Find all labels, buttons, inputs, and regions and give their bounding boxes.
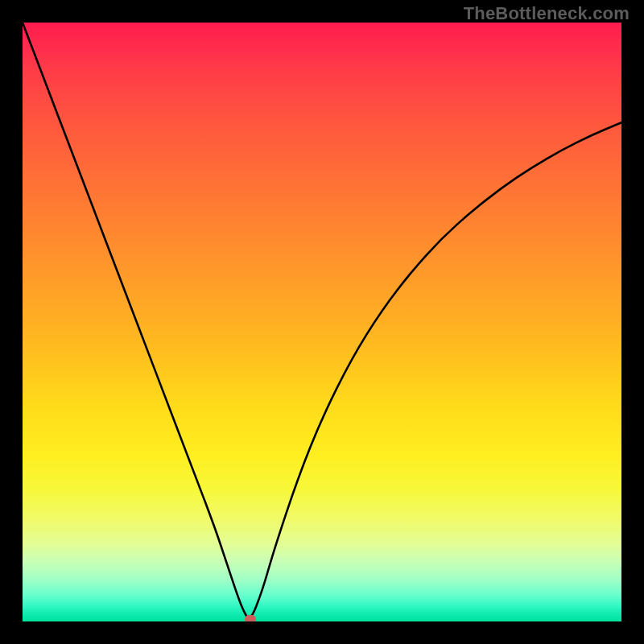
bottleneck-curve <box>23 23 621 621</box>
curve-path <box>23 23 621 618</box>
plot-area <box>23 23 621 621</box>
chart-frame: TheBottleneck.com <box>0 0 644 644</box>
watermark-text: TheBottleneck.com <box>464 3 630 24</box>
